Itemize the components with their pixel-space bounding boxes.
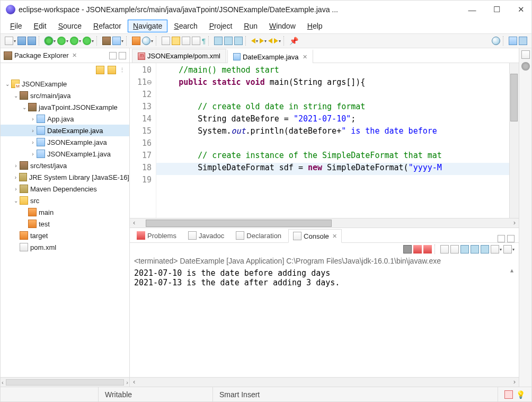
- maximize-view-icon[interactable]: [119, 52, 126, 59]
- tree-node[interactable]: ›DateExample.java: [1, 125, 129, 136]
- run-last-icon[interactable]: [83, 37, 91, 45]
- tree-node[interactable]: pom.xml: [1, 241, 129, 253]
- bottom-tab-label: Declaration: [246, 232, 281, 240]
- forward-icon[interactable]: [260, 38, 264, 43]
- pin-icon[interactable]: 📌: [289, 37, 298, 45]
- tree-node[interactable]: ›JRE System Library [JavaSE-16]: [1, 171, 129, 183]
- menu-window[interactable]: Window: [264, 20, 301, 32]
- tab-close-icon[interactable]: ✕: [303, 54, 307, 60]
- bottom-tabs: ProblemsJavadocDeclarationConsole✕: [130, 228, 519, 243]
- tree-node[interactable]: ›App.java: [1, 113, 129, 125]
- menu-refactor[interactable]: Refactor: [88, 20, 127, 32]
- bottom-tab-close-icon[interactable]: ✕: [332, 233, 337, 240]
- open-type-icon[interactable]: [132, 37, 140, 45]
- back-history-icon[interactable]: [268, 38, 272, 43]
- remove-launch-icon[interactable]: [413, 245, 422, 254]
- tree-node[interactable]: ⌄javaTpoint.JSONExample: [1, 101, 129, 113]
- show-console-icon[interactable]: [471, 245, 479, 254]
- coverage-icon[interactable]: [70, 37, 78, 45]
- tree-icon: [37, 115, 45, 123]
- editor-hscroll[interactable]: ‹ ›: [130, 218, 519, 228]
- scroll-lock-icon[interactable]: [450, 245, 459, 254]
- tree-node[interactable]: ›JSONExample1.java: [1, 148, 129, 160]
- terminate-icon[interactable]: [403, 245, 412, 254]
- menu-search[interactable]: Search: [169, 20, 202, 32]
- tree-icon: [20, 243, 28, 251]
- bottom-tab-problems[interactable]: Problems: [132, 229, 181, 242]
- run-icon[interactable]: [57, 37, 66, 45]
- tree-node[interactable]: test: [1, 218, 129, 230]
- tree-node[interactable]: main: [1, 206, 129, 218]
- menu-run[interactable]: Run: [238, 20, 263, 32]
- project-tree[interactable]: ⌄JSONExample⌄src/main/java⌄javaTpoint.JS…: [1, 77, 129, 377]
- code-editor[interactable]: 1011⊖1213141516171819 //main() method st…: [130, 63, 519, 218]
- tree-node[interactable]: ›src/test/java: [1, 160, 129, 171]
- status-writable: Writable: [98, 387, 212, 401]
- minimize-view-icon[interactable]: [109, 52, 117, 59]
- status-error-icon[interactable]: [504, 390, 513, 399]
- link-editor-icon[interactable]: [108, 66, 116, 74]
- collapse-all-icon[interactable]: [96, 66, 104, 74]
- bottom-tab-javadoc[interactable]: Javadoc: [183, 229, 229, 242]
- pilcrow-icon[interactable]: ¶: [202, 37, 206, 45]
- task-list-icon[interactable]: [521, 62, 530, 71]
- quick-access-icon[interactable]: [492, 37, 500, 45]
- bottom-tab-declaration[interactable]: Declaration: [231, 229, 286, 242]
- annotation-prev-icon[interactable]: [214, 37, 223, 45]
- new-class-icon[interactable]: [112, 37, 121, 45]
- maximize-button[interactable]: ☐: [491, 4, 502, 15]
- open-console-icon[interactable]: [503, 245, 512, 254]
- console-scroll-up-icon[interactable]: ▲: [510, 267, 518, 275]
- search-icon[interactable]: [142, 37, 150, 45]
- display-selected-icon[interactable]: [491, 245, 499, 254]
- perspective-icon[interactable]: [519, 37, 527, 45]
- code-content[interactable]: //main() method start public static void…: [156, 63, 509, 218]
- console-hscroll[interactable]: ‹›: [130, 377, 519, 387]
- tree-node[interactable]: ⌄src: [1, 195, 129, 206]
- back-icon[interactable]: [251, 38, 255, 43]
- console-output[interactable]: ▲ 2021-07-10 is the date before adding d…: [130, 266, 519, 377]
- view-menu-icon[interactable]: ⋮: [119, 67, 125, 74]
- tree-node[interactable]: ⌄src/main/java: [1, 90, 129, 101]
- new-icon[interactable]: [5, 37, 13, 45]
- save-icon[interactable]: [17, 37, 26, 45]
- tree-node[interactable]: ›JSONExample.java: [1, 136, 129, 148]
- editor-tab[interactable]: JSONExample/pom.xml: [132, 49, 226, 63]
- editor-tab[interactable]: DateExample.java✕: [227, 49, 314, 63]
- tree-node[interactable]: target: [1, 230, 129, 241]
- menu-file[interactable]: File: [5, 20, 28, 32]
- minimize-button[interactable]: —: [467, 4, 477, 15]
- tree-node[interactable]: ⌄JSONExample: [1, 78, 129, 90]
- menu-edit[interactable]: Edit: [29, 20, 52, 32]
- menu-help[interactable]: Help: [302, 20, 328, 32]
- perspective-java-icon[interactable]: [509, 37, 517, 45]
- toggle-block-icon[interactable]: [182, 37, 190, 45]
- toggle-ws-icon[interactable]: [192, 37, 200, 45]
- bottom-tab-console[interactable]: Console✕: [288, 229, 342, 243]
- tree-node[interactable]: ›Maven Dependencies: [1, 183, 129, 195]
- toggle-breadcrumb-icon[interactable]: [162, 37, 170, 45]
- tree-icon: [37, 138, 45, 146]
- close-button[interactable]: ✕: [516, 4, 526, 15]
- toggle-mark-icon[interactable]: [172, 37, 180, 45]
- clear-console-icon[interactable]: [440, 245, 449, 254]
- forward-history-icon[interactable]: [274, 38, 278, 43]
- tree-icon: [11, 80, 20, 88]
- last-edit-icon[interactable]: [234, 37, 243, 45]
- menu-navigate[interactable]: Navigate: [128, 20, 167, 32]
- bottom-maximize-icon[interactable]: [507, 235, 515, 242]
- editor-vscroll[interactable]: [509, 63, 519, 218]
- remove-all-icon[interactable]: [423, 245, 432, 254]
- pin-console-icon[interactable]: [481, 245, 489, 254]
- outline-icon[interactable]: [521, 50, 530, 59]
- bottom-minimize-icon[interactable]: [498, 235, 505, 242]
- new-package-icon[interactable]: [102, 37, 111, 45]
- save-all-icon[interactable]: [28, 37, 36, 45]
- package-explorer-close-icon[interactable]: ✕: [72, 52, 77, 59]
- menu-project[interactable]: Project: [204, 20, 238, 32]
- annotation-next-icon[interactable]: [224, 37, 233, 45]
- word-wrap-icon[interactable]: [460, 245, 469, 254]
- menu-source[interactable]: Source: [53, 20, 87, 32]
- explorer-hscroll[interactable]: ‹›: [1, 377, 129, 387]
- debug-icon[interactable]: [45, 37, 53, 45]
